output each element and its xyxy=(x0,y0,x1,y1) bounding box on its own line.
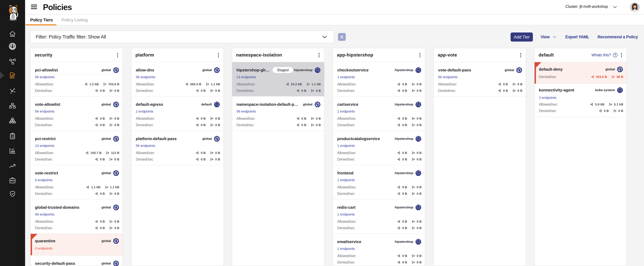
svg-text:ns: ns xyxy=(218,105,218,106)
svg-text:ns: ns xyxy=(419,242,420,244)
svg-text:ns: ns xyxy=(419,140,420,140)
svg-text:ns: ns xyxy=(620,91,622,92)
svg-text:ns: ns xyxy=(419,105,420,106)
svg-text:ns: ns xyxy=(419,174,420,175)
svg-text:ns: ns xyxy=(318,71,319,72)
svg-text:ns: ns xyxy=(419,71,420,72)
svg-text:ns: ns xyxy=(419,208,420,209)
